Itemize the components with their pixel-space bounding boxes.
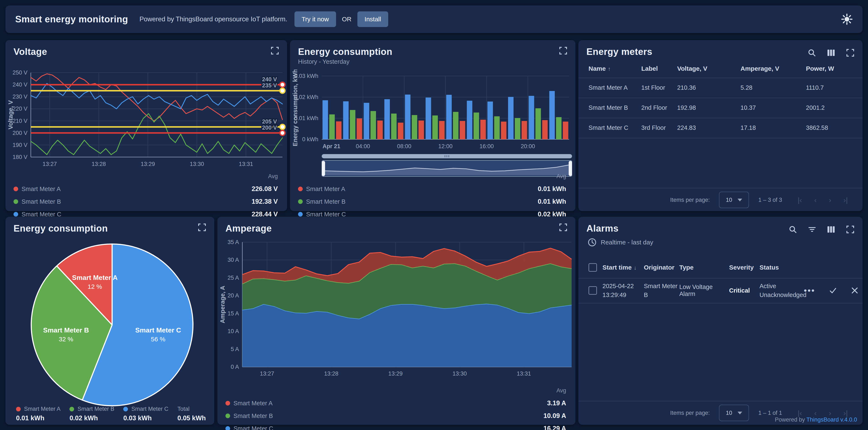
thingsboard-version-link[interactable]: ThingsBoard v.4.0.0: [806, 417, 857, 423]
cell-voltage: 192.98: [677, 104, 741, 111]
search-icon[interactable]: [788, 225, 797, 234]
next-page-button[interactable]: ›: [829, 409, 831, 417]
prev-page-button[interactable]: ‹: [814, 409, 816, 417]
energy-consumption-bar-widget: Energy consumption History - Yesterday 0…: [290, 40, 576, 211]
svg-text:12 %: 12 %: [88, 283, 102, 290]
amperage-area-chart[interactable]: 0 A5 A10 A15 A20 A25 A30 A35 A13:2713:28…: [217, 236, 576, 382]
legend-label: Smart Meter C: [234, 425, 273, 430]
legend-item[interactable]: Smart Meter B 0.01 kWh: [298, 195, 566, 208]
legend-item[interactable]: Smart Meter A 0.01 kWh: [298, 183, 566, 195]
voltage-line-chart[interactable]: 180 V190 V200 V210 V220 V230 V240 V250 V…: [5, 61, 287, 171]
column-header-label[interactable]: Label: [641, 65, 677, 72]
page-size-select[interactable]: 10: [719, 405, 749, 421]
legend-label: Smart Meter B: [22, 198, 61, 205]
svg-text:13:27: 13:27: [43, 161, 57, 167]
columns-icon[interactable]: [827, 49, 835, 57]
cell-power: 2001.2: [806, 104, 865, 111]
legend-value: 10.09 A: [544, 412, 566, 420]
svg-text:13:31: 13:31: [239, 161, 253, 167]
theme-toggle-sun-icon[interactable]: [841, 13, 853, 25]
column-header-severity[interactable]: Severity: [729, 264, 760, 271]
energy-pie-chart[interactable]: Smart Meter C56 %Smart Meter B32 %Smart …: [5, 236, 214, 411]
fullscreen-icon[interactable]: [559, 223, 567, 232]
meter-row-b[interactable]: Smart Meter B 2nd Floor 192.98 10.37 200…: [589, 98, 852, 118]
legend-label: Smart Meter B: [306, 198, 346, 205]
legend-item[interactable]: Smart Meter A 3.19 A: [225, 397, 566, 409]
svg-text:Smart Meter B: Smart Meter B: [43, 326, 89, 334]
column-header-originator[interactable]: Originator: [644, 264, 679, 271]
clock-icon: [588, 238, 596, 247]
legend-item[interactable]: Smart Meter A 0.01 kWh: [16, 406, 61, 422]
legend-item[interactable]: Smart Meter C 0.03 kWh: [123, 406, 168, 422]
pie-legend: Smart Meter A 0.01 kWh Smart Meter B 0.0…: [16, 406, 206, 422]
first-page-button[interactable]: |‹: [798, 409, 802, 417]
cell-label: 3rd Floor: [641, 124, 677, 131]
dashboard-title: Smart energy monitoring: [15, 14, 128, 25]
page-size-select[interactable]: 10: [719, 192, 749, 208]
legend-item[interactable]: Smart Meter A 226.08 V: [13, 183, 278, 195]
meter-row-c[interactable]: Smart Meter C 3rd Floor 224.83 17.18 386…: [589, 118, 852, 138]
filter-icon[interactable]: [808, 225, 816, 234]
last-page-button[interactable]: ›|: [843, 196, 848, 204]
select-all-checkbox[interactable]: [589, 263, 597, 272]
cell-originator: Smart MeterB: [644, 282, 679, 299]
cell-voltage: 210.36: [677, 84, 741, 91]
acknowledge-check-icon[interactable]: [829, 286, 837, 295]
series-dot-red: [16, 407, 21, 411]
fullscreen-icon[interactable]: [846, 225, 855, 234]
cell-type: Low Voltage Alarm: [679, 283, 729, 298]
row-checkbox[interactable]: [589, 286, 597, 295]
fullscreen-icon[interactable]: [846, 49, 855, 57]
first-page-button[interactable]: |‹: [798, 196, 802, 204]
legend-avg-header: Avg: [13, 173, 278, 180]
svg-text:210 V: 210 V: [12, 118, 27, 124]
svg-text:13:31: 13:31: [517, 370, 531, 377]
column-header-name[interactable]: Name↑: [589, 65, 641, 72]
pagination-range: 1 – 1 of 1: [758, 410, 782, 416]
legend-item[interactable]: Smart Meter B 10.09 A: [225, 409, 566, 422]
cell-voltage: 224.83: [677, 124, 741, 131]
svg-text:20 A: 20 A: [227, 293, 239, 299]
alarm-row[interactable]: 2025-04-2213:29:49 Smart MeterB Low Volt…: [589, 278, 852, 303]
svg-text:0 A: 0 A: [231, 364, 239, 370]
energy-meters-title: Energy meters: [586, 47, 652, 57]
legend-value: 226.08 V: [252, 185, 278, 193]
last-page-button[interactable]: ›|: [843, 409, 848, 417]
legend-label: Smart Meter A: [306, 186, 345, 192]
next-page-button[interactable]: ›: [829, 196, 831, 204]
svg-text:Apr 21: Apr 21: [322, 143, 340, 149]
try-it-now-button[interactable]: Try it now: [294, 11, 336, 27]
items-per-page-label: Items per page:: [670, 197, 710, 203]
svg-text:13:29: 13:29: [389, 370, 403, 377]
column-header-status[interactable]: Status: [760, 264, 804, 271]
column-header-start-time[interactable]: Start time↓: [602, 264, 644, 271]
legend-item[interactable]: Smart Meter B 0.02 kWh: [69, 406, 114, 422]
cell-severity: Critical: [729, 287, 760, 294]
alarms-table-header: Start time↓ Originator Type Severity Sta…: [589, 259, 852, 276]
prev-page-button[interactable]: ‹: [814, 196, 816, 204]
legend-item[interactable]: Smart Meter B 192.38 V: [13, 195, 278, 208]
meter-row-a[interactable]: Smart Meter A 1st Floor 210.36 5.28 1110…: [589, 78, 852, 98]
column-header-voltage[interactable]: Voltage, V: [677, 65, 741, 72]
columns-icon[interactable]: [827, 225, 835, 234]
legend-label: Smart Meter B: [234, 412, 273, 420]
search-icon[interactable]: [808, 49, 816, 57]
time-window-selector[interactable]: Realtime - last day: [588, 238, 653, 247]
column-header-power[interactable]: Power, W: [806, 65, 865, 72]
clear-alarm-icon[interactable]: [851, 286, 859, 295]
install-button[interactable]: Install: [358, 11, 388, 27]
fullscreen-icon[interactable]: [198, 223, 206, 232]
legend-item[interactable]: Smart Meter C 16.29 A: [225, 422, 566, 430]
cell-name: Smart Meter A: [589, 84, 641, 91]
fullscreen-icon[interactable]: [559, 47, 567, 55]
svg-text:200 V: 200 V: [12, 130, 27, 136]
svg-text:240 V: 240 V: [262, 76, 277, 83]
more-actions-icon[interactable]: •••: [804, 286, 815, 295]
column-header-type[interactable]: Type: [679, 264, 729, 271]
chevron-down-icon: [738, 198, 742, 202]
column-header-amperage[interactable]: Amperage, V: [741, 65, 806, 72]
fullscreen-icon[interactable]: [271, 47, 279, 55]
energy-bar-chart[interactable]: 0 kWh0.01 kWh0.02 kWh0.03 kWhApr 2104:00…: [290, 70, 576, 154]
svg-text:10 A: 10 A: [227, 328, 239, 334]
svg-text:5 A: 5 A: [231, 346, 239, 352]
